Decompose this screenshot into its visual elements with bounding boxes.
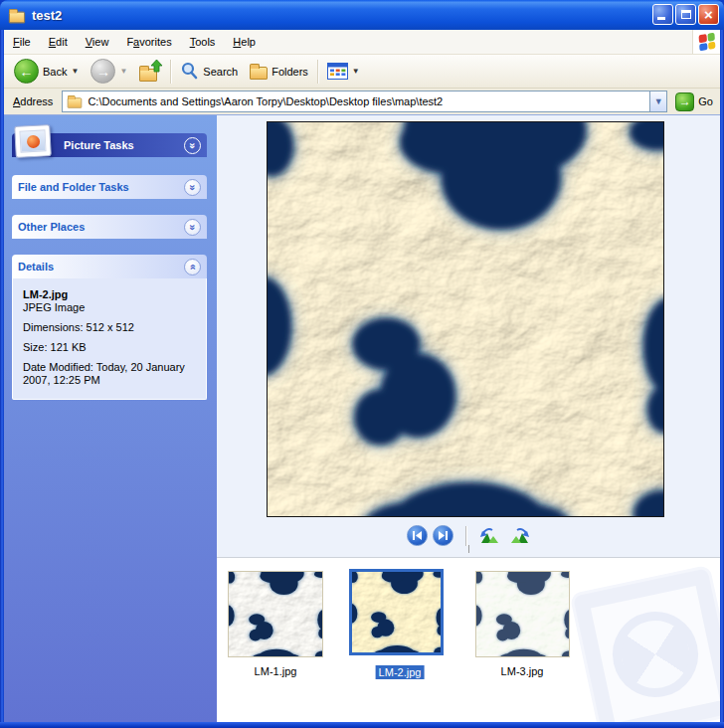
rotate-clockwise-icon [508, 527, 530, 544]
thumbnail-lm1[interactable] [228, 571, 323, 657]
preview-pane [217, 115, 720, 557]
file-folder-tasks-panel: File and Folder Tasks » [12, 175, 207, 199]
file-folder-tasks-expand-button[interactable]: » [184, 179, 201, 196]
address-bar: Address C:\Documents and Settings\Aaron … [4, 89, 720, 115]
thumbnail-label-lm1[interactable]: LM-1.jpg [255, 665, 297, 677]
toolbar-separator [170, 60, 171, 84]
maximize-button[interactable] [675, 4, 696, 25]
search-button[interactable]: Search [174, 57, 244, 87]
window-border-right [720, 30, 724, 728]
window-border-bottom [0, 722, 724, 728]
menu-tools[interactable]: Tools [181, 34, 225, 50]
views-button[interactable]: ▼ [321, 57, 366, 87]
forward-dropdown-icon: ▼ [119, 68, 127, 76]
rotate-counterclockwise-icon [479, 527, 501, 544]
other-places-header[interactable]: Other Places » [12, 215, 207, 239]
forward-button[interactable]: → ▼ [85, 57, 133, 87]
task-pane-sidebar: Picture Tasks » File and Folder Tasks » … [4, 115, 217, 722]
splitter-grip[interactable] [468, 545, 469, 553]
rotate-clockwise-button[interactable] [507, 526, 531, 545]
window-border-left [0, 30, 4, 728]
close-icon: × [699, 5, 718, 24]
details-header[interactable]: Details » [12, 255, 207, 278]
search-icon [180, 62, 199, 81]
previous-icon [413, 531, 422, 540]
address-label: Address [9, 95, 62, 107]
views-icon [327, 63, 348, 80]
menu-bar: File Edit View Favorites Tools Help [4, 30, 720, 55]
maximize-icon [681, 10, 691, 19]
chevron-down-icon: » [187, 142, 198, 148]
details-filename: LM-2.jpg [23, 288, 198, 301]
forward-icon: → [90, 59, 115, 84]
next-icon [439, 531, 448, 540]
picture-tasks-title: Picture Tasks [64, 139, 134, 151]
up-arrow-icon [150, 60, 163, 73]
details-modified: Date Modified: Today, 20 January 2007, 1… [23, 361, 198, 387]
other-places-title: Other Places [18, 221, 85, 233]
explorer-window: test2 × File Edit View Favorites Tools H… [0, 0, 724, 728]
other-places-panel: Other Places » [12, 215, 207, 239]
chevron-down-icon: » [187, 184, 198, 190]
window-folder-icon [9, 11, 25, 23]
thumbnail-strip: LM-1.jpg LM-2.jpg LM-3.jpg [217, 557, 720, 722]
file-folder-tasks-title: File and Folder Tasks [18, 181, 129, 193]
thumbnail-label-lm3[interactable]: LM-3.jpg [501, 665, 544, 677]
address-value: C:\Documents and Settings\Aaron Torpy\De… [88, 95, 443, 107]
up-button[interactable] [133, 57, 167, 87]
menu-view[interactable]: View [77, 34, 118, 50]
menu-file[interactable]: File [4, 34, 40, 50]
back-label: Back [43, 66, 67, 78]
details-panel: Details » LM-2.jpg JPEG Image Dimensions… [12, 255, 207, 400]
address-input[interactable]: C:\Documents and Settings\Aaron Torpy\De… [62, 91, 667, 112]
go-button[interactable]: → Go [675, 92, 715, 111]
menu-favorites[interactable]: Favorites [117, 34, 180, 50]
windows-logo [692, 30, 720, 54]
address-dropdown-button[interactable]: ▼ [649, 91, 666, 111]
back-icon: ← [14, 59, 39, 84]
address-folder-icon [68, 97, 82, 107]
details-dimensions: Dimensions: 512 x 512 [23, 321, 198, 334]
toolbar-separator [317, 60, 318, 84]
title-bar: test2 × [0, 0, 724, 30]
previous-image-button[interactable] [407, 525, 428, 546]
content-area: Picture Tasks » File and Folder Tasks » … [4, 115, 720, 722]
picture-tasks-icon [14, 124, 52, 158]
search-label: Search [203, 66, 238, 78]
thumbnail-label-lm2[interactable]: LM-2.jpg [376, 665, 425, 679]
menu-help[interactable]: Help [224, 34, 265, 50]
preview-image [267, 121, 664, 517]
file-folder-tasks-header[interactable]: File and Folder Tasks » [12, 175, 207, 199]
details-collapse-button[interactable]: » [184, 259, 201, 275]
window-title: test2 [32, 8, 62, 23]
folders-label: Folders [272, 66, 308, 78]
picture-tasks-collapse-button[interactable]: » [184, 137, 201, 154]
chevron-up-icon: » [187, 264, 198, 270]
details-filetype: JPEG Image [23, 301, 198, 314]
thumbnail-lm3[interactable] [475, 571, 570, 657]
toolbar: ← Back ▼ → ▼ Search Folders [4, 55, 720, 89]
details-title: Details [18, 261, 54, 273]
menu-edit[interactable]: Edit [40, 34, 77, 50]
filmstrip-view: LM-1.jpg LM-2.jpg LM-3.jpg [217, 115, 720, 722]
next-image-button[interactable] [433, 525, 453, 546]
details-body: LM-2.jpg JPEG Image Dimensions: 512 x 51… [12, 278, 207, 400]
go-icon: → [675, 92, 694, 111]
go-label: Go [698, 95, 713, 107]
views-dropdown-icon: ▼ [352, 68, 360, 76]
close-button[interactable]: × [698, 4, 719, 25]
controls-separator [465, 526, 466, 546]
chevron-down-icon: » [187, 224, 198, 230]
minimize-button[interactable] [652, 4, 673, 25]
folders-button[interactable]: Folders [244, 57, 314, 87]
rotate-counterclockwise-button[interactable] [478, 526, 502, 545]
details-size: Size: 121 KB [23, 341, 198, 354]
back-button[interactable]: ← Back ▼ [8, 57, 85, 87]
back-dropdown-icon: ▼ [71, 68, 79, 76]
thumbnail-lm2-selected[interactable] [349, 569, 444, 655]
minimize-icon [657, 17, 665, 20]
picture-tasks-panel: Picture Tasks » [12, 133, 207, 157]
other-places-expand-button[interactable]: » [184, 219, 201, 236]
filmstrip-controls [217, 525, 720, 546]
picture-watermark-icon [573, 568, 720, 722]
